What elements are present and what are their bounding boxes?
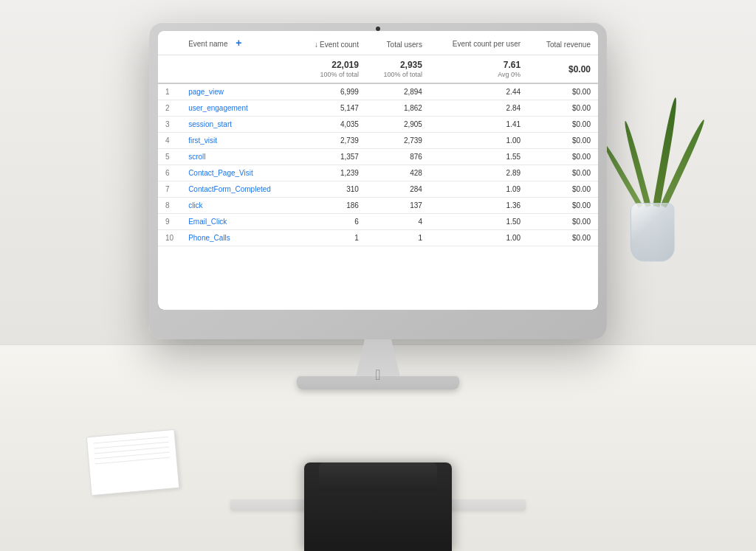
row-revenue: $0.00 (528, 133, 598, 149)
col-header-event-count[interactable]: ↓Event count (296, 31, 366, 55)
row-revenue: $0.00 (528, 165, 598, 181)
row-revenue: $0.00 (528, 198, 598, 214)
imac-camera (376, 27, 380, 31)
sort-arrow-icon: ↓ (315, 41, 318, 49)
imac-stand-base:  (297, 376, 459, 389)
row-event-count: 1,239 (296, 165, 366, 181)
analytics-table: Event name + ↓Event count Total users Ev… (158, 31, 598, 310)
table-row: 10 Phone_Calls 1 1 1.00 $0.00 (158, 230, 598, 246)
totals-revenue: $0.00 (528, 55, 598, 84)
row-total-users: 876 (366, 149, 430, 165)
chair-headrest (319, 462, 437, 492)
table-row: 2 user_engagement 5,147 1,862 2.84 $0.00 (158, 100, 598, 117)
row-event-name[interactable]: Email_Click (181, 214, 296, 230)
apple-logo-icon:  (375, 367, 380, 384)
screen-content: Event name + ↓Event count Total users Ev… (158, 31, 598, 310)
table-row: 7 ContactForm_Completed 310 284 1.09 $0.… (158, 181, 598, 198)
row-event-count: 5,147 (296, 100, 366, 117)
row-total-users: 4 (366, 214, 430, 230)
row-rank: 1 (158, 83, 181, 100)
row-event-name[interactable]: user_engagement (181, 100, 296, 117)
row-per-user: 1.41 (430, 117, 528, 133)
row-event-name[interactable]: Contact_Page_Visit (181, 165, 296, 181)
row-rank: 10 (158, 230, 181, 246)
row-rank: 4 (158, 133, 181, 149)
row-event-count: 1 (296, 230, 366, 246)
table-row: 3 session_start 4,035 2,905 1.41 $0.00 (158, 117, 598, 133)
leaf-2 (653, 97, 679, 207)
row-revenue: $0.00 (528, 117, 598, 133)
col-header-per-user[interactable]: Event count per user (430, 31, 528, 55)
col-header-event-name: Event name + (181, 31, 296, 55)
row-total-users: 2,905 (366, 117, 430, 133)
totals-row: 22,019 100% of total 2,935 100% of total… (158, 55, 598, 84)
row-event-name[interactable]: first_visit (181, 133, 296, 149)
plant-decoration (608, 59, 697, 266)
event-name-link[interactable]: user_engagement (188, 104, 248, 112)
notebook (86, 429, 180, 496)
vase (630, 203, 675, 262)
row-total-users: 428 (366, 165, 430, 181)
table-row: 8 click 186 137 1.36 $0.00 (158, 198, 598, 214)
event-name-link[interactable]: first_visit (188, 136, 217, 145)
row-event-name[interactable]: Phone_Calls (181, 230, 296, 246)
table-row: 6 Contact_Page_Visit 1,239 428 2.89 $0.0… (158, 165, 598, 181)
event-name-link[interactable]: Phone_Calls (188, 234, 230, 242)
totals-per-user: 7.61 Avg 0% (430, 55, 528, 84)
event-name-link[interactable]: ContactForm_Completed (188, 185, 271, 193)
row-revenue: $0.00 (528, 181, 598, 198)
row-total-users: 2,894 (366, 83, 430, 100)
row-rank: 2 (158, 100, 181, 117)
add-event-button[interactable]: + (236, 37, 241, 49)
totals-num (158, 55, 181, 84)
col-header-num (158, 31, 181, 55)
totals-event-count: 22,019 100% of total (296, 55, 366, 84)
row-event-name[interactable]: ContactForm_Completed (181, 181, 296, 198)
row-total-users: 1 (366, 230, 430, 246)
event-name-link[interactable]: session_start (188, 120, 232, 128)
col-header-total-users[interactable]: Total users (366, 31, 430, 55)
notebook-lines (87, 430, 177, 475)
row-total-users: 284 (366, 181, 430, 198)
row-event-name[interactable]: click (181, 198, 296, 214)
table-row: 9 Email_Click 6 4 1.50 $0.00 (158, 214, 598, 230)
row-per-user: 1.55 (430, 149, 528, 165)
row-per-user: 1.00 (430, 133, 528, 149)
col-header-revenue[interactable]: Total revenue (528, 31, 598, 55)
row-revenue: $0.00 (528, 214, 598, 230)
row-event-count: 6,999 (296, 83, 366, 100)
imac-bezel: Event name + ↓Event count Total users Ev… (158, 31, 598, 310)
table-row: 4 first_visit 2,739 2,739 1.00 $0.00 (158, 133, 598, 149)
row-rank: 3 (158, 117, 181, 133)
row-event-count: 2,739 (296, 133, 366, 149)
event-name-link[interactable]: page_view (188, 88, 224, 96)
row-per-user: 1.09 (430, 181, 528, 198)
row-rank: 5 (158, 149, 181, 165)
event-name-link[interactable]: Email_Click (188, 218, 227, 226)
row-per-user: 2.44 (430, 83, 528, 100)
row-event-count: 186 (296, 198, 366, 214)
imac-screen-outer: Event name + ↓Event count Total users Ev… (149, 22, 607, 339)
row-rank: 9 (158, 214, 181, 230)
event-name-link[interactable]: scroll (188, 153, 205, 161)
row-per-user: 1.50 (430, 214, 528, 230)
row-revenue: $0.00 (528, 230, 598, 246)
row-per-user: 2.84 (430, 100, 528, 117)
row-per-user: 1.00 (430, 230, 528, 246)
row-event-count: 1,357 (296, 149, 366, 165)
row-event-name[interactable]: scroll (181, 149, 296, 165)
row-event-name[interactable]: session_start (181, 117, 296, 133)
totals-users: 2,935 100% of total (366, 55, 430, 84)
event-name-link[interactable]: click (188, 201, 202, 209)
event-name-link[interactable]: Contact_Page_Visit (188, 169, 253, 177)
row-event-count: 310 (296, 181, 366, 198)
row-revenue: $0.00 (528, 149, 598, 165)
row-event-name[interactable]: page_view (181, 83, 296, 100)
row-per-user: 1.36 (430, 198, 528, 214)
plant-leaves (623, 59, 712, 207)
row-rank: 6 (158, 165, 181, 181)
row-revenue: $0.00 (528, 100, 598, 117)
chair-back (304, 462, 452, 551)
row-total-users: 137 (366, 198, 430, 214)
row-rank: 8 (158, 198, 181, 214)
